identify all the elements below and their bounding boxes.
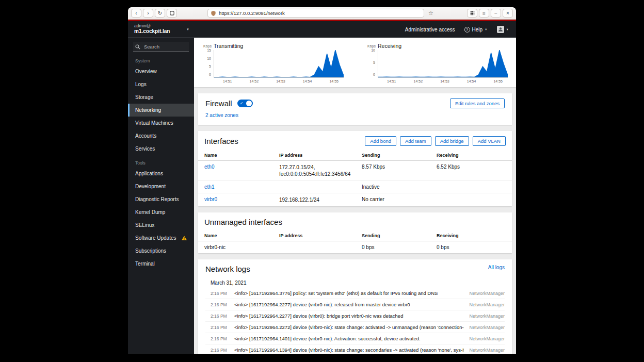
toggle-knob [246,101,252,106]
axis-tick-label: 14:51 [387,79,396,85]
chart-title: Transmitting [214,43,344,49]
menu-button[interactable]: ≡ [479,9,489,18]
log-time: 2:16 PM [211,291,229,296]
network-graphs-card: Kbps Transmitting 151050 14:5114:5214:53… [194,38,516,87]
sidebar-item-label: Kernel Dump [135,209,165,215]
chart-y-axis: 1050 [364,48,378,76]
sidebar-item-development[interactable]: Development [128,180,194,193]
sidebar-item-kernel-dump[interactable]: Kernel Dump [128,206,194,219]
interface-link-virbr0[interactable]: virbr0 [204,196,279,202]
log-row[interactable]: 2:16 PM <info> [1617192964.1401] device … [205,333,505,344]
sidebar-item-virtual-machines[interactable]: Virtual Machines [128,117,194,129]
nav-section-system: System [128,53,194,65]
log-source: NetworkManager [469,314,505,319]
interface-receiving: 0 bps [437,244,506,250]
search-icon [135,44,140,50]
log-time: 2:16 PM [211,325,229,330]
unmanaged-title: Unmanaged interfaces [204,218,282,226]
browser-window: ‹ › ↻ ☆ ≡ − × admin@ m1.cockpit.lan [128,7,516,354]
axis-tick-label: 14:54 [467,79,476,85]
interfaces-table-header: Name IP address Sending Receiving [198,151,512,161]
sidebar-item-applications[interactable]: Applications [128,167,194,180]
log-date: March 31, 2021 [211,280,505,286]
help-icon: ? [464,27,470,32]
add-vlan-button[interactable]: Add VLAN [473,136,506,146]
main-content[interactable]: Kbps Transmitting 151050 14:5114:5214:53… [194,38,516,354]
chevron-down-icon: ▼ [506,28,509,31]
search-input[interactable] [143,43,187,50]
chart-plot-area [378,50,508,78]
axis-tick-label: 14:53 [276,79,285,85]
sidebar-item-diagnostic-reports[interactable]: Diagnostic Reports [128,193,194,206]
administrative-access-button[interactable]: Administrative access [405,27,455,32]
sidebar-item-accounts[interactable]: Accounts [128,129,194,142]
column-header-ip: IP address [279,153,362,158]
add-bridge-button[interactable]: Add bridge [435,136,469,146]
add-team-button[interactable]: Add team [400,136,431,146]
chart-plot-area [214,50,344,78]
help-menu[interactable]: ? Help ▼ [464,27,488,32]
chart-unit-label: Kbps [203,44,214,48]
new-tab-button[interactable] [167,9,177,18]
interface-ip: 172.27.0.15/24, fec0:0:0:0:5054:ff:fe12:… [279,164,362,177]
sidebar-item-terminal[interactable]: Terminal [128,257,194,270]
log-row[interactable]: 2:16 PM <info> [1617192964.2277] device … [205,310,505,321]
firewall-toggle[interactable]: ✓ [237,100,253,107]
log-row[interactable]: 2:16 PM <info> [1617192964.2277] device … [205,299,505,310]
url-input[interactable] [218,10,421,17]
host-switcher[interactable]: admin@ m1.cockpit.lan ▼ [128,21,194,38]
add-bond-button[interactable]: Add bond [365,136,396,146]
interface-link-eth1[interactable]: eth1 [204,184,279,190]
interface-link-eth0[interactable]: eth0 [204,164,279,170]
sidebar-item-label: Services [135,146,155,152]
close-button[interactable]: × [503,9,513,18]
tab-overview-button[interactable] [467,9,477,18]
log-row[interactable]: 2:16 PM <info> [1617192964.2272] device … [205,321,505,333]
bookmark-star-icon[interactable]: ☆ [427,10,435,17]
axis-tick-label: 14:55 [329,79,339,85]
site-security-icon[interactable] [211,11,216,16]
sidebar-item-label: Diagnostic Reports [135,196,179,202]
minimize-button[interactable]: − [491,9,501,18]
masthead: admin@ m1.cockpit.lan ▼ Administrative a… [128,21,516,38]
log-row[interactable]: 2:16 PM <info> [1617192964.1394] device … [205,344,505,354]
forward-button[interactable]: › [143,9,153,18]
active-zones-link[interactable]: 2 active zones [205,112,238,118]
log-time: 2:16 PM [211,336,229,341]
log-message: <info> [1617192964.2272] device (virbr0-… [234,324,464,330]
sidebar-item-storage[interactable]: Storage [128,91,194,104]
axis-tick-label: 15 [207,48,211,52]
interface-sending: Inactive [362,184,437,190]
sidebar-search[interactable] [133,42,189,52]
interfaces-title: Interfaces [204,137,238,145]
edit-rules-and-zones-button[interactable]: Edit rules and zones [450,98,505,108]
sidebar-item-software-updates[interactable]: Software Updates [128,232,194,244]
sidebar-item-label: Overview [135,69,157,74]
column-header-ip: IP address [279,233,362,238]
axis-tick-label: 10 [207,57,211,60]
axis-tick-label: 14:52 [414,79,423,85]
sidebar-item-logs[interactable]: Logs [128,78,194,91]
sidebar-item-services[interactable]: Services [128,142,194,155]
user-avatar-icon [497,26,504,33]
sidebar-item-label: SELinux [135,222,154,228]
url-bar[interactable] [207,9,424,18]
log-message: <info> [1617192964.3776] policy: set 'Sy… [234,290,464,296]
session-menu[interactable]: ▼ [497,26,509,33]
chart-y-axis: 151050 [200,48,214,76]
masthead-actions: Administrative access ? Help ▼ ▼ [194,21,516,38]
sidebar-item-subscriptions[interactable]: Subscriptions [128,244,194,257]
sidebar-item-label: Subscriptions [135,248,166,254]
sidebar-item-overview[interactable]: Overview [128,65,194,78]
sidebar-item-networking[interactable]: Networking [128,104,194,117]
back-button[interactable]: ‹ [131,9,141,18]
unmanaged-interfaces-card: Unmanaged interfaces Name IP address Sen… [198,212,512,253]
axis-tick-label: 14:52 [250,79,259,85]
sidebar-item-label: Networking [135,107,161,113]
sidebar-item-selinux[interactable]: SELinux [128,219,194,232]
all-logs-link[interactable]: All logs [488,265,505,270]
axis-tick-label: 5 [209,64,211,68]
log-row[interactable]: 2:16 PM <info> [1617192964.3776] policy:… [205,288,505,299]
reload-button[interactable]: ↻ [155,9,165,18]
axis-tick-label: 14:51 [223,79,232,85]
